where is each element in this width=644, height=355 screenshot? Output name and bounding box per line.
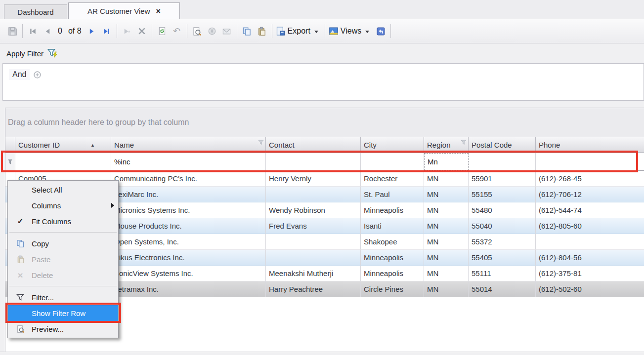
cell-postal_code[interactable]: 55372 bbox=[469, 234, 536, 250]
cell-name[interactable]: Micronics Systems Inc. bbox=[111, 202, 266, 218]
print-preview-button[interactable] bbox=[191, 24, 204, 38]
cell-postal_code[interactable]: 55111 bbox=[469, 266, 536, 281]
cell-contact[interactable] bbox=[266, 250, 361, 266]
cell-postal_code[interactable]: 55014 bbox=[469, 281, 536, 297]
cell-region[interactable]: MN bbox=[424, 234, 469, 250]
filter-row-indicator[interactable] bbox=[5, 153, 15, 170]
menu-item-columns[interactable]: Columns bbox=[8, 197, 118, 213]
next-record-button[interactable] bbox=[86, 24, 98, 38]
save-button[interactable] bbox=[6, 24, 19, 38]
filter-cell-customer_id[interactable] bbox=[15, 153, 111, 170]
menu-item-delete[interactable]: ×Delete bbox=[8, 267, 118, 283]
circle-plus-icon[interactable] bbox=[33, 71, 42, 79]
menu-item-fit-columns[interactable]: ✓Fit Columns bbox=[8, 213, 118, 229]
help-button[interactable] bbox=[206, 24, 218, 38]
last-record-button[interactable] bbox=[100, 24, 113, 38]
cell-phone[interactable]: (612)-805-60 bbox=[536, 218, 644, 234]
cell-postal_code[interactable]: 55155 bbox=[469, 187, 536, 202]
cell-phone[interactable]: (612)-804-56 bbox=[536, 250, 644, 266]
column-header-customer_id[interactable]: Customer ID▲ bbox=[15, 137, 111, 153]
cell-contact[interactable]: Wendy Robinson bbox=[266, 202, 361, 218]
filter-cell-city[interactable] bbox=[361, 153, 424, 170]
column-header-city[interactable]: City bbox=[361, 137, 424, 153]
cell-city[interactable]: Isanti bbox=[361, 218, 424, 234]
cell-contact[interactable]: Meenakshi Mutherji bbox=[266, 266, 361, 281]
filter-cell-region[interactable]: Mn bbox=[424, 153, 469, 170]
cell-phone[interactable]: (612)-544-74 bbox=[536, 202, 644, 218]
copy-button[interactable] bbox=[241, 24, 254, 38]
cell-postal_code[interactable]: 55901 bbox=[469, 171, 536, 187]
column-header-phone[interactable]: Phone bbox=[536, 137, 644, 153]
menu-item-show-filter-row[interactable]: Show Filter Row bbox=[8, 305, 118, 321]
cell-postal_code[interactable]: 55040 bbox=[469, 218, 536, 234]
cell-city[interactable]: Minneapolis bbox=[361, 266, 424, 281]
cell-contact[interactable] bbox=[266, 187, 361, 202]
export-button[interactable]: Export bbox=[276, 26, 321, 36]
cell-city[interactable]: Shakopee bbox=[361, 234, 424, 250]
email-button[interactable] bbox=[220, 24, 233, 38]
filter-lightning-icon[interactable] bbox=[47, 48, 58, 58]
export-dropdown-icon[interactable] bbox=[314, 31, 318, 33]
cell-name[interactable]: Communicating PC's Inc. bbox=[111, 171, 266, 187]
column-header-region[interactable]: Region bbox=[424, 137, 469, 153]
column-filter-icon[interactable] bbox=[258, 140, 264, 145]
menu-item-filter[interactable]: Filter... bbox=[8, 289, 118, 305]
cell-phone[interactable] bbox=[536, 234, 644, 250]
column-header-name[interactable]: Name bbox=[111, 137, 266, 153]
undo-button[interactable]: ↶ bbox=[171, 24, 183, 38]
return-button[interactable] bbox=[374, 24, 387, 38]
filter-cell-name[interactable]: %inc bbox=[111, 153, 266, 170]
group-by-panel[interactable]: Drag a column header here to group by th… bbox=[5, 108, 644, 137]
cell-city[interactable]: Rochester bbox=[361, 171, 424, 187]
cell-name[interactable]: Open Systems, Inc. bbox=[111, 234, 266, 250]
cell-region[interactable]: MN bbox=[424, 250, 469, 266]
cell-name[interactable]: Pikus Electronics Inc. bbox=[111, 250, 266, 266]
cell-postal_code[interactable]: 55405 bbox=[469, 250, 536, 266]
delete-record-button[interactable] bbox=[135, 24, 148, 38]
cell-name[interactable]: SonicView Systems Inc. bbox=[111, 266, 266, 281]
cell-city[interactable]: St. Paul bbox=[361, 187, 424, 202]
column-header-postal_code[interactable]: Postal Code bbox=[469, 137, 536, 153]
filter-cell-contact[interactable] bbox=[266, 153, 361, 170]
views-dropdown-icon[interactable] bbox=[365, 31, 369, 33]
cell-name[interactable]: Tetramax Inc. bbox=[111, 281, 266, 297]
cell-name[interactable]: Mouse Products Inc. bbox=[111, 218, 266, 234]
cell-phone[interactable]: (612)-375-81 bbox=[536, 266, 644, 281]
cell-region[interactable]: MN bbox=[424, 202, 469, 218]
filter-cell-phone[interactable] bbox=[536, 153, 644, 170]
cell-contact[interactable]: Henry Vernly bbox=[266, 171, 361, 187]
cell-region[interactable]: MN bbox=[424, 171, 469, 187]
cell-phone[interactable]: (612)-502-60 bbox=[536, 281, 644, 297]
filter-operator[interactable]: And bbox=[9, 69, 30, 80]
cell-phone[interactable]: (612)-706-12 bbox=[536, 187, 644, 202]
menu-item-select-all[interactable]: Select All bbox=[8, 182, 118, 197]
paste-button[interactable] bbox=[256, 24, 268, 38]
cell-name[interactable]: LexiMarc Inc. bbox=[111, 187, 266, 202]
cell-phone[interactable]: (612)-268-45 bbox=[536, 171, 644, 187]
cell-region[interactable]: MN bbox=[424, 218, 469, 234]
first-record-button[interactable] bbox=[26, 24, 39, 38]
menu-item-copy[interactable]: Copy bbox=[8, 236, 118, 251]
insert-record-button[interactable] bbox=[121, 24, 133, 38]
menu-item-paste[interactable]: Paste bbox=[8, 251, 118, 267]
cell-region[interactable]: MN bbox=[424, 266, 469, 281]
cell-contact[interactable]: Fred Evans bbox=[266, 218, 361, 234]
cell-city[interactable]: Minneapolis bbox=[361, 250, 424, 266]
cell-postal_code[interactable]: 55480 bbox=[469, 202, 536, 218]
filter-cell-postal_code[interactable] bbox=[469, 153, 536, 170]
cell-region[interactable]: MN bbox=[424, 281, 469, 297]
cell-region[interactable]: MN bbox=[424, 187, 469, 202]
previous-record-button[interactable] bbox=[41, 24, 54, 38]
tab-close-icon[interactable]: × bbox=[156, 7, 161, 15]
cell-contact[interactable] bbox=[266, 234, 361, 250]
column-filter-icon[interactable] bbox=[461, 140, 467, 145]
cell-city[interactable]: Circle Pines bbox=[361, 281, 424, 297]
column-header-contact[interactable]: Contact bbox=[266, 137, 361, 153]
cell-contact[interactable]: Harry Peachtree bbox=[266, 281, 361, 297]
cell-city[interactable]: Minneapolis bbox=[361, 202, 424, 218]
tab-dashboard[interactable]: Dashboard bbox=[4, 4, 67, 19]
tab-ar-customer-view[interactable]: AR Customer View × bbox=[68, 2, 180, 19]
refresh-button[interactable] bbox=[156, 24, 169, 38]
views-button[interactable]: Views bbox=[329, 26, 372, 36]
menu-item-preview[interactable]: Preview... bbox=[8, 321, 118, 337]
